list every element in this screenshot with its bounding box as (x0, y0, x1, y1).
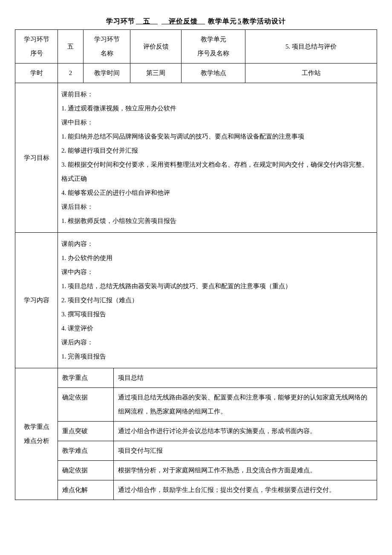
analysis-key: 教学重点 (58, 368, 114, 388)
analysis-label: 教学重点 难点分析 (15, 368, 58, 500)
analysis-value: 通过小组合作，鼓励学生上台汇报；提出交付要点，学生根据要点进行交付。 (114, 480, 377, 500)
contents-line: 3. 撰写项目报告 (61, 307, 373, 321)
header-row-1: 学习环节 序号 五 学习环节 名称 评价反馈 教学单元 序号及名称 5. 项目总… (15, 30, 377, 64)
analysis-subrow: 重点突破通过小组合作进行讨论并会议总结本节课的实施要点，形成书面内容。 (58, 422, 377, 441)
analysis-row: 教学重点 难点分析 教学重点项目总结确定依据通过项目总结无线路由器的安装、配置要… (15, 368, 377, 500)
analysis-subrow: 难点化解通过小组合作，鼓励学生上台汇报；提出交付要点，学生根据要点进行交付。 (58, 480, 377, 500)
analysis-key: 重点突破 (58, 422, 114, 441)
goals-row: 学习目标 课前目标：1. 通过观看微课视频，独立应用办公软件课中目标：1. 能归… (15, 83, 377, 233)
title-mid: 评价反馈 (161, 17, 206, 25)
hdr-unit-label: 教学单元 序号及名称 (182, 30, 245, 64)
title-unit-prefix: 教学单元 (208, 17, 237, 25)
contents-label: 学习内容 (15, 233, 58, 368)
title-suffix: 教学活动设计 (242, 17, 286, 25)
analysis-subrow: 确定依据通过项目总结无线路由器的安装、配置要点和注意事项，能够更好的认知家庭无线… (58, 388, 377, 422)
analysis-subrow: 确定依据根据学情分析，对于家庭网组网工作不熟悉，且交流合作方面是难点。 (58, 461, 377, 480)
hdr-place-label: 教学地点 (182, 64, 245, 83)
goals-content: 课前目标：1. 通过观看微课视频，独立应用办公软件课中目标：1. 能归纳并总结不… (58, 83, 377, 233)
title-seq: 五 (135, 17, 159, 25)
analysis-key: 难点化解 (58, 480, 114, 500)
contents-row: 学习内容 课前内容：1. 办公软件的使用课中内容：1. 项目总结，总结无线路由器… (15, 233, 377, 368)
title-unit-num: 5 (237, 17, 242, 25)
goals-line: 课中目标： (61, 116, 373, 130)
contents-line: 1. 办公软件的使用 (61, 251, 373, 265)
hdr-unit-value: 5. 项目总结与评价 (245, 30, 377, 64)
contents-line: 2. 项目交付与汇报（难点） (61, 293, 373, 307)
goals-line: 1. 根据教师反馈，小组独立完善项目报告 (61, 214, 373, 228)
contents-line: 4. 课堂评价 (61, 321, 373, 335)
hdr-name-value: 评价反馈 (130, 30, 182, 64)
contents-line: 课后内容： (61, 335, 373, 350)
goals-line: 1. 能归纳并总结不同品牌网络设备安装与调试的技巧、要点和网络设备配置的注意事项 (61, 130, 373, 144)
goals-line: 3. 能根据交付时间和交付要求，采用资料整理法对文档命名、存档，在规定时间内交付… (61, 158, 373, 186)
analysis-key: 确定依据 (58, 388, 114, 422)
analysis-value: 项目交付与汇报 (114, 441, 377, 461)
goals-line: 课前目标： (61, 87, 373, 101)
goals-line: 1. 通过观看微课视频，独立应用办公软件 (61, 101, 373, 116)
analysis-content: 教学重点项目总结确定依据通过项目总结无线路由器的安装、配置要点和注意事项，能够更… (58, 368, 377, 500)
analysis-key: 确定依据 (58, 461, 114, 480)
hdr-time-label: 教学时间 (84, 64, 130, 83)
analysis-value: 根据学情分析，对于家庭网组网工作不熟悉，且交流合作方面是难点。 (114, 461, 377, 480)
contents-line: 1. 完善项目报告 (61, 350, 373, 364)
analysis-value: 通过项目总结无线路由器的安装、配置要点和注意事项，能够更好的认知家庭无线网络的组… (114, 388, 377, 422)
analysis-value: 通过小组合作进行讨论并会议总结本节课的实施要点，形成书面内容。 (114, 422, 377, 441)
goals-line: 4. 能够客观公正的进行小组自评和他评 (61, 186, 373, 200)
goals-line: 2. 能够进行项目交付并汇报 (61, 144, 373, 158)
hdr-place-value: 工作站 (245, 64, 377, 83)
analysis-subrow: 教学难点项目交付与汇报 (58, 441, 377, 461)
contents-content: 课前内容：1. 办公软件的使用课中内容：1. 项目总结，总结无线路由器安装与调试… (58, 233, 377, 368)
contents-line: 课前内容： (61, 237, 373, 251)
hdr-hours-value: 2 (58, 64, 84, 83)
hdr-name-label: 学习环节 名称 (84, 30, 130, 64)
contents-line: 1. 项目总结，总结无线路由器安装与调试的技巧、要点和配置的注意事项（重点） (61, 279, 373, 293)
analysis-key: 教学难点 (58, 441, 114, 461)
title-prefix: 学习环节 (106, 17, 135, 25)
hdr-seq-value: 五 (58, 30, 84, 64)
contents-line: 课中内容： (61, 265, 373, 279)
hdr-time-value: 第三周 (130, 64, 182, 83)
goals-line: 课后目标： (61, 200, 373, 214)
analysis-subrow: 教学重点项目总结 (58, 368, 377, 388)
main-table: 学习环节 序号 五 学习环节 名称 评价反馈 教学单元 序号及名称 5. 项目总… (15, 29, 377, 500)
page-title: 学习环节 五 评价反馈 教学单元5教学活动设计 (15, 17, 377, 26)
analysis-value: 项目总结 (114, 368, 377, 388)
header-row-2: 学时 2 教学时间 第三周 教学地点 工作站 (15, 64, 377, 83)
goals-label: 学习目标 (15, 83, 58, 233)
hdr-seq-label: 学习环节 序号 (15, 30, 58, 64)
hdr-hours-label: 学时 (15, 64, 58, 83)
